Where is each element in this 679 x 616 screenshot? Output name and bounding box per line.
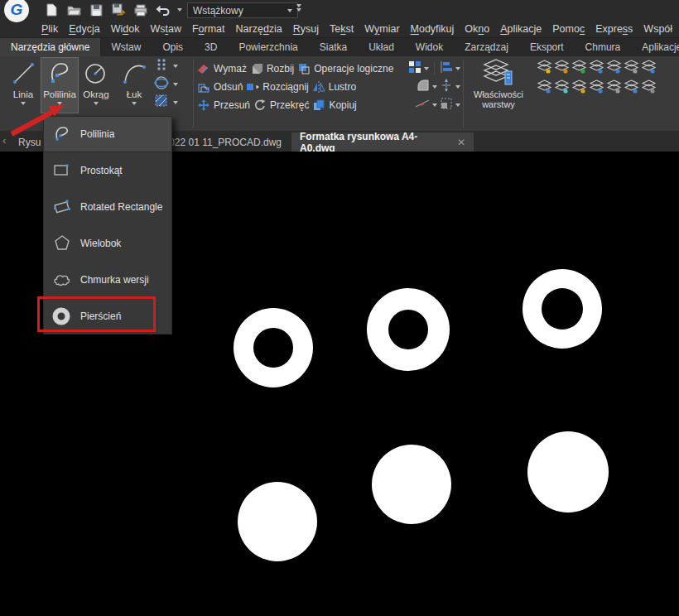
donut-hole — [542, 288, 583, 330]
tab-scroll-left-icon[interactable]: ‹ — [2, 134, 6, 147]
layer-tool-icon[interactable] — [554, 79, 571, 99]
mirror-button[interactable]: Lustro — [312, 80, 356, 94]
copy-button[interactable]: Kopiuj — [312, 99, 356, 112]
polyline-dropdown-icon[interactable] — [57, 102, 62, 105]
ellipse-tool-icon[interactable] — [154, 75, 169, 94]
offset-button[interactable]: Odsuń — [197, 80, 243, 94]
menu-tekst[interactable]: Tekst — [330, 23, 354, 35]
workspace-selector[interactable]: Wstążkowy — [187, 2, 298, 18]
menu-wymiar[interactable]: Wymiar — [364, 23, 399, 35]
fillet-tool-icon[interactable] — [417, 79, 430, 95]
menu-item-polyline[interactable]: Polilinia — [44, 117, 171, 152]
layer-tool-icon[interactable] — [537, 79, 554, 99]
hatch-tool-dropdown-icon[interactable] — [173, 101, 178, 104]
print-icon[interactable] — [132, 2, 149, 17]
ribbon-tab-wstaw[interactable]: Wstaw — [100, 38, 152, 56]
layer-tool-icon[interactable] — [537, 59, 554, 79]
ribbon-tab-siatka[interactable]: Siatka — [309, 38, 358, 56]
layer-properties-button[interactable]: Właściwości warstwy — [465, 58, 532, 114]
circle-shape[interactable] — [238, 482, 317, 561]
line-button[interactable]: Linia — [5, 58, 41, 113]
fillet-dropdown-icon[interactable] — [432, 85, 437, 89]
axis-tool-icon[interactable] — [440, 79, 453, 95]
circle-shape[interactable] — [372, 445, 451, 524]
ribbon-tab-3d[interactable]: 3D — [194, 38, 228, 56]
hatch-tool-icon[interactable] — [154, 94, 169, 112]
ribbon-tab-widok[interactable]: Widok — [405, 38, 454, 56]
arc-dropdown-icon[interactable] — [132, 102, 137, 105]
circle-button[interactable]: Okrąg — [78, 58, 114, 113]
line-dropdown-icon[interactable] — [21, 102, 26, 105]
undo-dropdown-icon[interactable] — [177, 8, 182, 12]
scale-tool-icon[interactable] — [440, 97, 453, 113]
menu-rysuj[interactable]: Rysuj — [293, 23, 319, 35]
menu-pomoc[interactable]: Pomoc — [552, 23, 585, 35]
menu-wstaw[interactable]: Wstaw — [150, 23, 181, 35]
menu-item-revision-cloud[interactable]: Chmurka wersji — [44, 262, 171, 298]
document-tab-active[interactable]: Formatka rysunkowa A4-A0.dwg ✕ — [291, 132, 474, 152]
break-tool-icon[interactable] — [415, 97, 430, 113]
layer-tool-icon[interactable] — [554, 59, 571, 79]
ribbon-tab-chmura[interactable]: Chmura — [575, 38, 632, 56]
align-dropdown-icon[interactable] — [455, 67, 460, 70]
layer-tool-icon[interactable] — [589, 59, 606, 79]
point-tool-icon[interactable] — [154, 57, 169, 75]
menu-widok[interactable]: Widok — [111, 23, 140, 35]
layer-tool-icon[interactable] — [571, 59, 589, 79]
ribbon-tab-powierzchnia[interactable]: Powierzchnia — [228, 38, 308, 56]
circle-dropdown-icon[interactable] — [94, 102, 99, 105]
new-file-icon[interactable] — [43, 2, 60, 17]
menu-plik[interactable]: Plik — [41, 23, 58, 35]
menu-narzędzia[interactable]: Narzędzia — [236, 23, 282, 35]
axis-dropdown-icon[interactable] — [455, 85, 460, 89]
menu-item-rectangle[interactable]: Prostokąt — [44, 152, 171, 189]
menu-format[interactable]: Format — [192, 23, 225, 35]
layer-tool-icon[interactable] — [606, 79, 624, 99]
menu-współ[interactable]: Współ — [643, 23, 672, 35]
move-button[interactable]: Przesuń — [197, 99, 250, 112]
ribbon-tab-opis[interactable]: Opis — [152, 38, 194, 56]
boolean-operations-button[interactable]: Operacje logiczne — [297, 62, 393, 75]
erase-button[interactable]: Wymaż — [197, 62, 247, 75]
layer-tool-icon[interactable] — [589, 79, 606, 99]
menu-okno[interactable]: Okno — [465, 23, 489, 35]
align-tool-icon[interactable] — [440, 60, 453, 77]
stretch-button[interactable]: Rozciągnij — [246, 80, 308, 94]
circle-shape[interactable] — [527, 431, 609, 513]
ribbon-tab-narzędzia-główne[interactable]: Narzędzia główne — [0, 38, 100, 56]
point-tool-dropdown-icon[interactable] — [173, 65, 178, 68]
menu-item-rotated-rectangle[interactable]: Rotated Rectangle — [44, 189, 171, 225]
tab-close-icon[interactable]: ✕ — [457, 137, 465, 148]
layer-tool-icon[interactable] — [571, 79, 589, 99]
modify-row-3: Przesuń Przekręć Kopiuj — [197, 97, 460, 113]
ribbon-tab-układ[interactable]: Układ — [358, 38, 405, 56]
open-file-icon[interactable] — [65, 2, 82, 17]
undo-icon[interactable] — [155, 2, 171, 17]
explode-button[interactable]: Rozbij — [250, 62, 294, 75]
rotate-button[interactable]: Przekręć — [253, 99, 309, 112]
array-dropdown-icon[interactable] — [424, 67, 429, 70]
menu-modyfikuj[interactable]: Modyfikuj — [411, 23, 455, 35]
save-icon[interactable] — [88, 2, 104, 17]
menu-aplikacje[interactable]: Aplikacje — [500, 23, 542, 35]
menu-item-polygon[interactable]: Wielobok — [44, 225, 171, 262]
ellipse-tool-dropdown-icon[interactable] — [173, 83, 178, 86]
layer-tool-icon[interactable] — [624, 79, 641, 99]
toolbar-overflow-icon[interactable] — [296, 4, 301, 12]
arc-button[interactable]: Łuk — [116, 58, 152, 113]
layer-tool-icon[interactable] — [641, 79, 658, 99]
save-as-icon[interactable] — [110, 2, 127, 17]
menu-express[interactable]: Express — [595, 23, 633, 35]
layer-tool-icon[interactable] — [606, 59, 624, 79]
layer-tool-icon[interactable] — [641, 59, 658, 79]
polyline-button[interactable]: Polilinia — [41, 58, 78, 113]
layer-tool-icon[interactable] — [624, 59, 641, 79]
workspace-dropdown-icon — [287, 9, 292, 12]
array-tool-icon[interactable] — [408, 60, 421, 77]
ribbon-tab-eksport[interactable]: Eksport — [519, 38, 575, 56]
scale-dropdown-icon[interactable] — [455, 103, 460, 107]
break-dropdown-icon[interactable] — [432, 103, 437, 107]
ribbon-tab-aplikacje[interactable]: Aplikacje — [631, 38, 679, 56]
ribbon-tab-zarządzaj[interactable]: Zarządzaj — [454, 38, 519, 56]
menu-edycja[interactable]: Edycja — [69, 23, 100, 35]
